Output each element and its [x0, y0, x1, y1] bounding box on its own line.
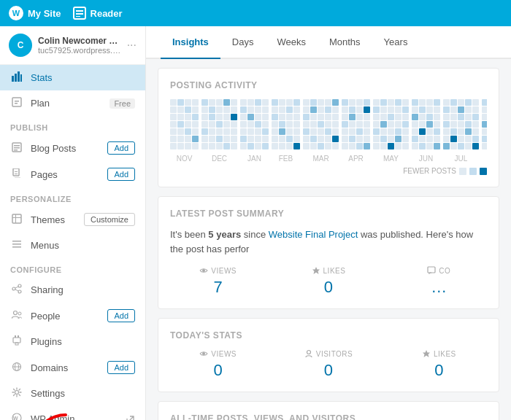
domains-icon — [10, 362, 23, 374]
customize-button[interactable]: Customize — [84, 213, 135, 226]
eye-icon — [199, 266, 208, 275]
plan-badge: Free — [110, 98, 135, 109]
svg-line-27 — [15, 287, 18, 288]
svg-point-29 — [14, 311, 18, 314]
all-time-title: All-time posts, views, and visitors — [170, 413, 487, 420]
today-visitors-label-row: VISITORS — [304, 349, 353, 358]
content-area: Insights Days Weeks Months Years Posting… — [146, 26, 511, 420]
tab-days[interactable]: Days — [220, 26, 266, 59]
tab-weeks[interactable]: Weeks — [265, 26, 318, 59]
tab-years[interactable]: Years — [372, 26, 420, 59]
section-personalize: Personalize — [0, 187, 145, 206]
svg-rect-15 — [15, 171, 18, 172]
latest-views-label: VIEWS — [211, 267, 237, 275]
external-link-icon — [126, 415, 135, 421]
svg-text:W: W — [13, 416, 18, 420]
svg-marker-47 — [423, 350, 430, 357]
sidebar-item-settings[interactable]: Settings — [0, 381, 145, 406]
today-likes-value: 0 — [434, 361, 443, 380]
latest-post-title: Latest Post Summary — [170, 209, 487, 219]
latest-comments-value: … — [431, 278, 447, 297]
latest-likes-stat: LIKES 0 — [280, 266, 376, 297]
legend-box-medium — [469, 168, 477, 175]
latest-post-card: Latest Post Summary It's been 5 years si… — [158, 196, 499, 309]
month-dec-label: DEC — [201, 155, 237, 163]
month-aug: AUG — [482, 99, 487, 163]
add-domains-button[interactable]: Add — [107, 361, 135, 374]
month-feb-label: FEB — [272, 155, 300, 163]
today-likes-stat: LIKES 0 — [391, 349, 487, 380]
sidebar-item-pages[interactable]: Pages Add — [0, 161, 145, 187]
my-site-nav[interactable]: W My Site — [9, 6, 61, 20]
month-dec: DEC — [201, 99, 237, 163]
month-nov: NOV — [170, 99, 199, 163]
svg-rect-34 — [15, 343, 18, 345]
month-may: MAY — [373, 99, 409, 163]
sidebar-item-blog-posts[interactable]: Blog Posts Add — [0, 135, 145, 161]
sidebar-item-wp-admin[interactable]: W WP Admin — [0, 406, 145, 420]
sidebar-item-menus[interactable]: Menus — [0, 233, 145, 258]
people-icon — [10, 310, 23, 322]
svg-rect-33 — [13, 338, 20, 343]
svg-rect-0 — [76, 10, 83, 12]
month-mar: MAR — [303, 99, 339, 163]
latest-post-prefix: It's been 5 years since — [170, 229, 269, 240]
wp-logo-icon: W — [9, 6, 23, 20]
svg-point-38 — [15, 391, 19, 394]
sharing-label: Sharing — [31, 284, 135, 295]
sidebar-item-plan[interactable]: Plan Free — [0, 90, 145, 116]
month-jun-label: JUN — [412, 155, 440, 163]
site-url: tuc57925.wordpress.com — [38, 46, 121, 55]
site-name: Colin Newcomer Temp... — [38, 36, 121, 46]
red-arrow-indicator — [29, 411, 73, 420]
plan-icon — [10, 97, 23, 109]
svg-rect-3 — [12, 76, 14, 82]
svg-rect-16 — [15, 174, 18, 174]
svg-rect-23 — [12, 246, 21, 248]
svg-rect-8 — [15, 101, 19, 102]
stats-label: Stats — [31, 72, 135, 83]
latest-comments-stat: CO … — [391, 266, 487, 297]
today-visitors-value: 0 — [324, 361, 333, 380]
settings-icon — [10, 387, 23, 400]
svg-rect-20 — [15, 214, 16, 223]
month-jun: JUN — [412, 99, 440, 163]
latest-views-stat: VIEWS 7 — [170, 266, 266, 297]
latest-comments-label-row: CO — [427, 266, 450, 275]
site-options-icon[interactable]: ··· — [127, 39, 137, 52]
pages-icon — [10, 168, 23, 181]
tab-insights[interactable]: Insights — [161, 26, 220, 59]
month-aug-label: AUG — [482, 155, 487, 163]
sidebar-item-sharing[interactable]: Sharing — [0, 277, 145, 303]
latest-likes-label-row: LIKES — [312, 266, 346, 275]
sidebar-item-domains[interactable]: Domains Add — [0, 354, 145, 381]
sidebar-item-plugins[interactable]: Plugins — [0, 329, 145, 354]
svg-rect-19 — [12, 217, 21, 218]
sharing-icon — [10, 284, 23, 296]
today-visitors-stat: VISITORS 0 — [280, 349, 376, 380]
activity-legend: FEWER POSTS — [170, 167, 487, 175]
add-pages-button[interactable]: Add — [107, 168, 135, 181]
add-blog-post-button[interactable]: Add — [107, 141, 135, 155]
blog-posts-label: Blog Posts — [31, 143, 100, 154]
sidebar-item-stats[interactable]: Stats — [0, 65, 145, 90]
reader-nav[interactable]: Reader — [73, 7, 123, 20]
svg-rect-2 — [76, 16, 80, 17]
tabs-bar: Insights Days Weeks Months Years — [146, 26, 511, 59]
svg-rect-7 — [12, 98, 21, 106]
month-jan-label: JAN — [240, 155, 269, 163]
add-people-button[interactable]: Add — [107, 309, 135, 322]
latest-views-value: 7 — [214, 278, 223, 297]
sidebar-item-themes[interactable]: Themes Customize — [0, 206, 145, 233]
wp-admin-icon: W — [10, 413, 23, 420]
reader-label: Reader — [91, 8, 123, 19]
latest-comments-label: CO — [439, 267, 450, 275]
star-icon-today — [422, 349, 431, 358]
themes-icon — [10, 214, 23, 226]
svg-line-28 — [15, 289, 18, 291]
sidebar-item-people[interactable]: People Add — [0, 303, 145, 329]
latest-post-link[interactable]: Website Final Project — [269, 229, 358, 240]
svg-point-42 — [202, 269, 205, 272]
tab-months[interactable]: Months — [318, 26, 372, 59]
plugins-icon — [10, 335, 23, 348]
